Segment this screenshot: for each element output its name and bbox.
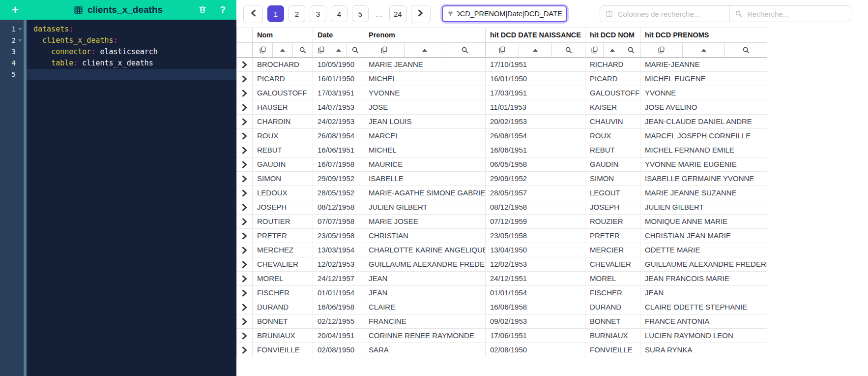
- row-expand-button[interactable]: [241, 131, 248, 141]
- cell-date: 24/02/1953: [313, 115, 364, 129]
- column-search-button[interactable]: [292, 43, 313, 57]
- column-search-button[interactable]: [445, 43, 485, 57]
- chevron-right-icon: [242, 261, 247, 268]
- row-expand-button[interactable]: [241, 60, 248, 69]
- page-button-2[interactable]: 2: [289, 5, 305, 22]
- row-expand-button[interactable]: [241, 231, 248, 241]
- title-bar-actions: ?: [198, 4, 226, 15]
- sort-button[interactable]: [272, 43, 292, 57]
- cell-date: 29/09/1952: [313, 172, 364, 186]
- page-button-1[interactable]: 1: [267, 5, 284, 22]
- filter-text-segment: DCD_PRENOM: [457, 10, 506, 18]
- search-icon: [735, 10, 743, 18]
- column-search-button[interactable]: [347, 43, 364, 57]
- facet-button[interactable]: [486, 43, 519, 57]
- page-button-5[interactable]: 5: [352, 5, 369, 22]
- facet-button[interactable]: [640, 43, 682, 57]
- search-columns-input[interactable]: Colonnes de recherche...: [600, 6, 730, 22]
- cell-prenom: MARIE-AGATHE SIMONE GABRIELLE: [364, 186, 486, 200]
- cell-hit-dcd-date-naissance: 17/10/1951: [486, 58, 585, 72]
- page-button-3[interactable]: 3: [310, 5, 326, 22]
- sort-button[interactable]: [330, 43, 347, 57]
- cell-date: 10/05/1950: [313, 58, 364, 72]
- sort-button[interactable]: [404, 43, 444, 57]
- facet-button[interactable]: [253, 43, 272, 57]
- sort-button[interactable]: [682, 43, 724, 57]
- cell-prenom: JEAN: [364, 286, 486, 300]
- row-expand-button[interactable]: [241, 217, 248, 226]
- cell-hit-dcd-prenoms: SURA RYNKA: [640, 343, 767, 357]
- column-search-button[interactable]: [724, 43, 767, 57]
- cell-prenom: YVONNE: [364, 86, 486, 100]
- search-input[interactable]: Recherche...: [730, 6, 850, 22]
- code-token: datasets: [33, 25, 69, 33]
- help-button[interactable]: ?: [220, 4, 226, 15]
- cell-hit-dcd-date-naissance: 02/08/1950: [486, 343, 585, 357]
- code-line[interactable]: clients_x_deaths:: [27, 35, 236, 46]
- row-expand-button[interactable]: [241, 174, 248, 184]
- previous-page-button[interactable]: [243, 5, 263, 23]
- cell-date: 24/12/1957: [313, 272, 364, 286]
- row-expand-button[interactable]: [241, 160, 248, 169]
- fold-arrow-icon[interactable]: [18, 39, 22, 42]
- row-expand-button[interactable]: [241, 331, 248, 341]
- cell-hit-dcd-date-naissance: 08/12/1958: [486, 200, 585, 215]
- page-button-24[interactable]: 24: [389, 5, 406, 22]
- filter-cell-6: [640, 43, 767, 58]
- row-expand-button[interactable]: [241, 246, 248, 255]
- cell-prenom: FRANCINE: [364, 314, 486, 329]
- row-expand-button[interactable]: [241, 345, 248, 355]
- sort-button[interactable]: [519, 43, 552, 57]
- row-expander-cell: [237, 172, 253, 186]
- facet-button[interactable]: [585, 43, 603, 57]
- cell-prenom: CORINNE RENEE RAYMONDE: [364, 329, 486, 343]
- column-search-button[interactable]: [622, 43, 640, 57]
- column-search-button[interactable]: [551, 43, 585, 57]
- table-row: MERCHEZ13/03/1954CHARLOTTE KARINE ANGELI…: [237, 243, 767, 257]
- row-expand-button[interactable]: [241, 89, 248, 98]
- yaml-editor: 12345 datasets: clients_x_deaths: connec…: [0, 20, 236, 376]
- code-line[interactable]: [27, 69, 236, 80]
- code-line[interactable]: connector: elasticsearch: [27, 46, 236, 58]
- next-page-button[interactable]: [411, 5, 431, 23]
- row-expand-button[interactable]: [241, 188, 248, 198]
- cell-prenom: MARIE JOSEE: [364, 215, 486, 229]
- dataset-panel: + clients_x_deaths: [0, 0, 236, 376]
- row-expand-button[interactable]: [241, 303, 248, 312]
- row-expand-button[interactable]: [241, 203, 248, 212]
- row-expand-button[interactable]: [241, 103, 248, 112]
- cell-hit-dcd-nom: ROUZIER: [585, 215, 640, 229]
- cell-date: 01/01/1954: [313, 286, 364, 300]
- row-expander-cell: [237, 200, 253, 215]
- cell-hit-dcd-date-naissance: 12/02/1953: [486, 257, 585, 272]
- cell-nom: HAUSER: [253, 100, 313, 115]
- chevron-right-icon: [417, 9, 424, 18]
- sort-button[interactable]: [603, 43, 621, 57]
- row-expand-button[interactable]: [241, 146, 248, 155]
- chevron-right-icon: [242, 304, 247, 311]
- search-icon: [299, 46, 307, 54]
- fold-arrow-icon[interactable]: [18, 28, 22, 31]
- cell-nom: PICARD: [253, 72, 313, 86]
- delete-dataset-button[interactable]: [198, 4, 207, 15]
- facet-button[interactable]: [313, 43, 330, 57]
- page-button-4[interactable]: 4: [331, 5, 347, 22]
- editor-code-area[interactable]: datasets: clients_x_deaths: connector: e…: [27, 20, 236, 376]
- row-expand-button[interactable]: [241, 117, 248, 126]
- search-icon: [351, 46, 359, 54]
- filter-cell-1: [253, 43, 313, 58]
- row-expander-cell: [237, 286, 253, 300]
- code-line[interactable]: datasets:: [27, 24, 236, 35]
- cell-hit-dcd-nom: LEGOUT: [585, 186, 640, 200]
- row-expand-button[interactable]: [241, 317, 248, 326]
- row-expand-button[interactable]: [241, 74, 248, 84]
- table-row: BONNET02/12/1955FRANCINE09/02/1953BONNET…: [237, 314, 767, 329]
- cell-hit-dcd-date-naissance: 09/02/1953: [486, 314, 585, 329]
- header-cell-2: Date: [313, 28, 364, 43]
- code-line[interactable]: table: clients_x_deaths: [27, 58, 236, 69]
- row-expand-button[interactable]: [241, 288, 248, 298]
- row-expand-button[interactable]: [241, 274, 248, 283]
- row-expand-button[interactable]: [241, 260, 248, 269]
- column-filter-input[interactable]: m|DCD_PRENOM|Date|DCD_DATE: [442, 5, 567, 22]
- facet-button[interactable]: [364, 43, 404, 57]
